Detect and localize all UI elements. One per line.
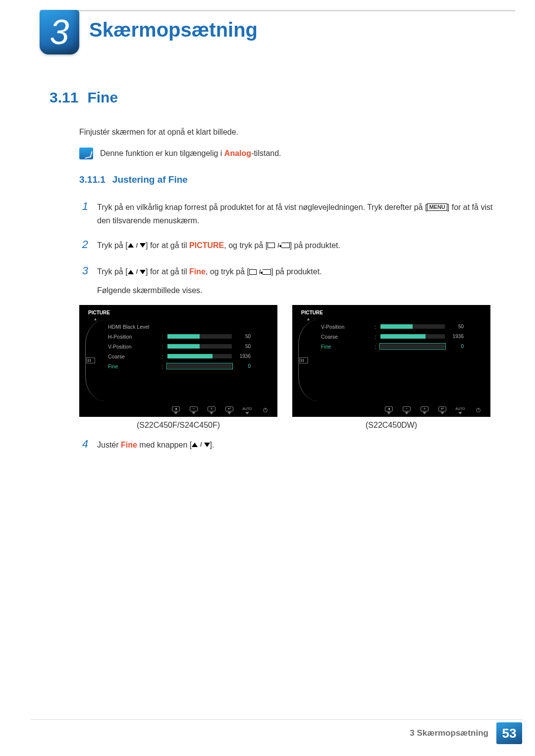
step-number: 3 xyxy=(79,261,88,280)
osd-slider xyxy=(380,344,445,349)
step-text: Tryk på [ xyxy=(97,267,128,276)
step-4: 4 Justér Fine med knappen [/]. xyxy=(79,435,505,453)
osd-auto-button: AUTO xyxy=(240,405,255,415)
osd-slider xyxy=(167,344,232,349)
note-icon xyxy=(79,148,93,159)
osd-row-label: Fine xyxy=(321,344,372,350)
osd-row-label: HDMI Black Level xyxy=(108,324,159,330)
osd-minus-button: − xyxy=(186,405,201,415)
osd-row: Coarse:1936 xyxy=(321,332,485,342)
osd-enter-button: ↵ xyxy=(435,405,450,415)
page-content: 3.11Fine Finjustér skærmen for at opnå e… xyxy=(50,89,505,461)
osd-row: H-Position:50 xyxy=(108,332,272,342)
osd-rows: V-Position:50Coarse:1936Fine:0 xyxy=(321,322,485,352)
osd-row-value: 1936 xyxy=(447,334,464,339)
note-text-pre: Denne funktion er kun tilgængelig i xyxy=(100,149,224,157)
osd-panel-left: PICTURE ▲ HDMI Black LevelH-Position:50V… xyxy=(79,305,277,417)
step-highlight: Fine xyxy=(189,267,206,276)
step-number: 2 xyxy=(79,235,88,253)
footer-rule xyxy=(31,719,522,720)
footer-chapter-label: 3 Skærmopsætning xyxy=(402,723,496,743)
step-text: Tryk på [ xyxy=(97,241,128,250)
osd-left-column: PICTURE ▲ HDMI Black LevelH-Position:50V… xyxy=(79,305,277,430)
note-highlight: Analog xyxy=(224,149,251,157)
osd-row: Fine:0 xyxy=(108,361,272,371)
osd-row-value: 0 xyxy=(447,344,464,349)
osd-slider-fill xyxy=(380,334,426,339)
osd-bar-wrap: 0 xyxy=(167,363,272,369)
osd-caption: (S22C450F/S24C450F) xyxy=(79,421,277,430)
select-enter-icon: / xyxy=(249,268,271,276)
step-text: ] på produktet. xyxy=(290,241,340,250)
up-down-icon: / xyxy=(192,441,210,449)
osd-plus-button: + xyxy=(204,405,219,415)
step-body: Tryk på [/] for at gå til PICTURE, og tr… xyxy=(97,239,505,252)
osd-row-label: Coarse xyxy=(321,334,372,340)
osd-row: HDMI Black Level xyxy=(108,322,272,332)
osd-row-label: Fine xyxy=(108,363,159,369)
osd-colon: : xyxy=(374,334,377,340)
up-down-icon: / xyxy=(128,268,146,276)
osd-colon: : xyxy=(374,344,377,350)
note: Denne funktion er kun tilgængelig i Anal… xyxy=(79,148,505,159)
osd-panel-right: PICTURE ▲ V-Position:50Coarse:1936Fine:0… xyxy=(292,305,490,417)
osd-slider xyxy=(167,354,232,358)
osd-minus-button: − xyxy=(399,405,414,415)
subsection-title: Justering af Fine xyxy=(112,174,188,185)
note-text: Denne funktion er kun tilgængelig i Anal… xyxy=(100,148,281,159)
osd-slider xyxy=(380,324,445,329)
osd-back-button: ◂ xyxy=(168,405,183,415)
step-text: med knappen [ xyxy=(137,441,192,449)
menu-button-icon: MENU xyxy=(427,203,447,211)
osd-slider-fill xyxy=(380,324,413,329)
note-text-post: -tilstand. xyxy=(251,149,281,157)
osd-bar-wrap: 50 xyxy=(167,344,272,349)
osd-title: PICTURE xyxy=(292,308,490,317)
chapter-title: Skærmopsætning xyxy=(89,19,258,41)
step-body: Justér Fine med knappen [/]. xyxy=(97,438,505,452)
osd-bar-wrap: 50 xyxy=(167,334,272,339)
step-text: , og tryk på [ xyxy=(224,241,268,250)
chapter-number-badge: 3 xyxy=(40,10,79,54)
osd-row-label: H-Position xyxy=(108,334,159,340)
osd-body: ▲ V-Position:50Coarse:1936Fine:0 xyxy=(292,317,490,404)
osd-body: ▲ HDMI Black LevelH-Position:50V-Positio… xyxy=(79,317,277,404)
osd-slider xyxy=(380,334,445,339)
osd-caption: (S22C450DW) xyxy=(292,421,490,430)
osd-power-button xyxy=(258,405,272,415)
step-list-continued: 4 Justér Fine med knappen [/]. xyxy=(79,435,505,453)
step-body: Tryk på [/] for at gå til Fine, og tryk … xyxy=(97,265,505,297)
step-number: 1 xyxy=(79,197,88,215)
osd-slider xyxy=(167,364,232,368)
osd-right-column: PICTURE ▲ V-Position:50Coarse:1936Fine:0… xyxy=(292,305,490,430)
osd-plus-button: + xyxy=(417,405,432,415)
select-enter-icon: / xyxy=(268,241,289,250)
osd-enter-button: ↵ xyxy=(222,405,237,415)
step-1: 1 Tryk på en vilkårlig knap forrest på p… xyxy=(79,197,505,227)
page-footer: 3 Skærmopsætning 53 xyxy=(402,722,522,744)
osd-colon: : xyxy=(161,353,164,359)
osd-slider-fill xyxy=(167,354,213,358)
up-down-icon: / xyxy=(128,241,146,250)
osd-row-label: Coarse xyxy=(108,353,159,359)
section-heading: 3.11Fine xyxy=(50,89,505,106)
osd-footer: ◂ − + ↵ AUTO xyxy=(79,404,277,417)
osd-colon: : xyxy=(374,324,377,330)
osd-row-value: 0 xyxy=(234,363,251,369)
osd-rows: HDMI Black LevelH-Position:50V-Position:… xyxy=(108,322,272,371)
section-number: 3.11 xyxy=(50,89,78,105)
header-rule xyxy=(40,10,515,11)
osd-bar-wrap: 0 xyxy=(380,344,485,349)
step-body: Tryk på en vilkårlig knap forrest på pro… xyxy=(97,201,505,227)
osd-row-value: 50 xyxy=(234,344,251,349)
osd-colon: : xyxy=(161,334,164,340)
osd-slider xyxy=(167,334,232,339)
step-text: ] for at gå til xyxy=(146,267,189,276)
step-text: Justér xyxy=(97,441,121,449)
osd-back-button: ◂ xyxy=(381,405,396,415)
osd-bar-wrap: 50 xyxy=(380,324,485,329)
osd-row-value: 1936 xyxy=(234,353,251,359)
osd-row: V-Position:50 xyxy=(321,322,485,332)
step-highlight: PICTURE xyxy=(189,241,224,250)
osd-slider-fill xyxy=(167,334,200,339)
